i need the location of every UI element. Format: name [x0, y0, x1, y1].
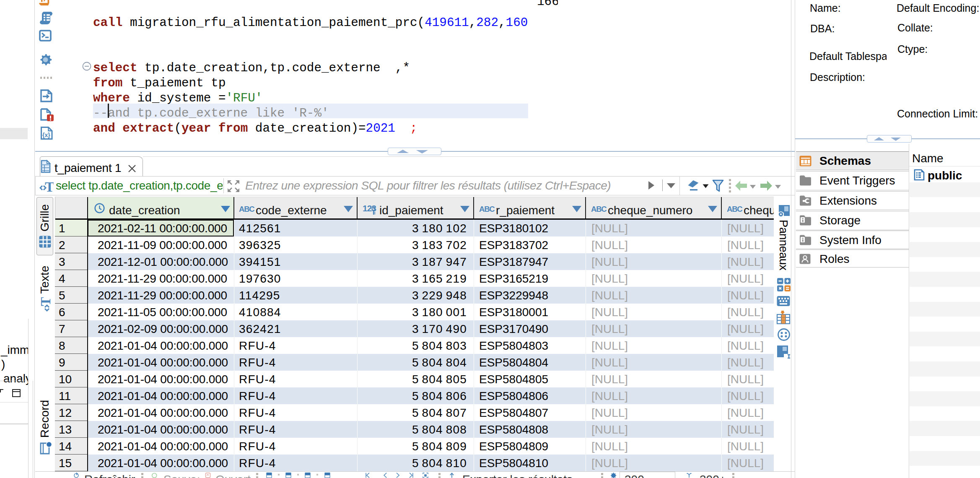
svg-text:T: T [45, 179, 54, 194]
svg-text:T: T [38, 297, 52, 306]
svg-text:{x}: {x} [42, 132, 50, 138]
